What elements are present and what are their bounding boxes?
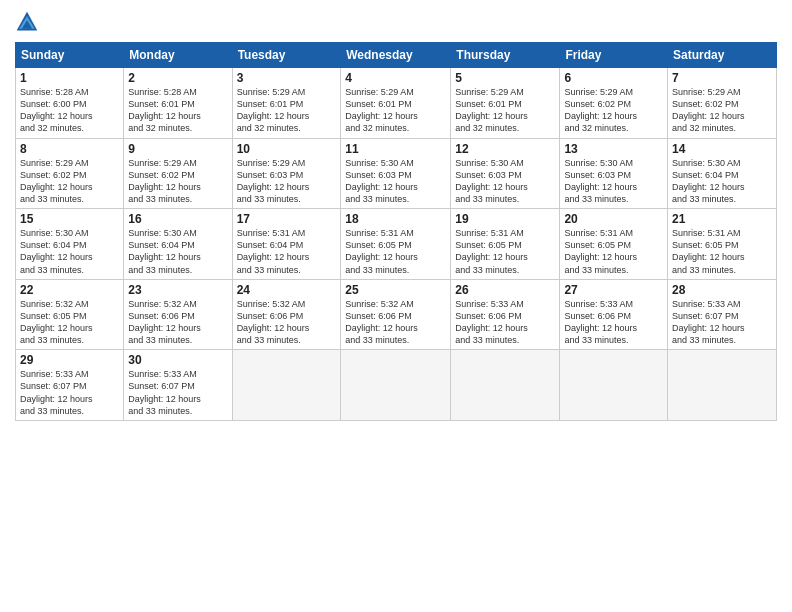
week-row-2: 8Sunrise: 5:29 AM Sunset: 6:02 PM Daylig… bbox=[16, 138, 777, 209]
day-cell: 17Sunrise: 5:31 AM Sunset: 6:04 PM Dayli… bbox=[232, 209, 341, 280]
week-row-1: 1Sunrise: 5:28 AM Sunset: 6:00 PM Daylig… bbox=[16, 68, 777, 139]
day-number: 1 bbox=[20, 71, 119, 85]
day-cell: 1Sunrise: 5:28 AM Sunset: 6:00 PM Daylig… bbox=[16, 68, 124, 139]
col-header-thursday: Thursday bbox=[451, 43, 560, 68]
day-info: Sunrise: 5:29 AM Sunset: 6:02 PM Dayligh… bbox=[20, 157, 119, 206]
week-row-4: 22Sunrise: 5:32 AM Sunset: 6:05 PM Dayli… bbox=[16, 279, 777, 350]
day-cell bbox=[668, 350, 777, 421]
day-number: 15 bbox=[20, 212, 119, 226]
day-info: Sunrise: 5:30 AM Sunset: 6:04 PM Dayligh… bbox=[20, 227, 119, 276]
day-cell: 23Sunrise: 5:32 AM Sunset: 6:06 PM Dayli… bbox=[124, 279, 232, 350]
day-info: Sunrise: 5:33 AM Sunset: 6:06 PM Dayligh… bbox=[564, 298, 663, 347]
day-number: 13 bbox=[564, 142, 663, 156]
day-cell: 15Sunrise: 5:30 AM Sunset: 6:04 PM Dayli… bbox=[16, 209, 124, 280]
day-number: 24 bbox=[237, 283, 337, 297]
day-number: 6 bbox=[564, 71, 663, 85]
day-number: 20 bbox=[564, 212, 663, 226]
day-cell: 22Sunrise: 5:32 AM Sunset: 6:05 PM Dayli… bbox=[16, 279, 124, 350]
day-info: Sunrise: 5:30 AM Sunset: 6:04 PM Dayligh… bbox=[128, 227, 227, 276]
day-info: Sunrise: 5:32 AM Sunset: 6:05 PM Dayligh… bbox=[20, 298, 119, 347]
logo-icon bbox=[15, 10, 39, 34]
day-cell bbox=[560, 350, 668, 421]
day-cell: 7Sunrise: 5:29 AM Sunset: 6:02 PM Daylig… bbox=[668, 68, 777, 139]
day-info: Sunrise: 5:31 AM Sunset: 6:05 PM Dayligh… bbox=[672, 227, 772, 276]
day-cell: 26Sunrise: 5:33 AM Sunset: 6:06 PM Dayli… bbox=[451, 279, 560, 350]
day-cell: 16Sunrise: 5:30 AM Sunset: 6:04 PM Dayli… bbox=[124, 209, 232, 280]
day-cell: 3Sunrise: 5:29 AM Sunset: 6:01 PM Daylig… bbox=[232, 68, 341, 139]
day-number: 10 bbox=[237, 142, 337, 156]
day-cell: 10Sunrise: 5:29 AM Sunset: 6:03 PM Dayli… bbox=[232, 138, 341, 209]
day-cell: 6Sunrise: 5:29 AM Sunset: 6:02 PM Daylig… bbox=[560, 68, 668, 139]
day-number: 14 bbox=[672, 142, 772, 156]
col-header-friday: Friday bbox=[560, 43, 668, 68]
header bbox=[15, 10, 777, 34]
day-number: 30 bbox=[128, 353, 227, 367]
day-cell bbox=[232, 350, 341, 421]
day-cell: 12Sunrise: 5:30 AM Sunset: 6:03 PM Dayli… bbox=[451, 138, 560, 209]
day-number: 19 bbox=[455, 212, 555, 226]
day-number: 2 bbox=[128, 71, 227, 85]
day-cell: 8Sunrise: 5:29 AM Sunset: 6:02 PM Daylig… bbox=[16, 138, 124, 209]
day-number: 25 bbox=[345, 283, 446, 297]
day-number: 18 bbox=[345, 212, 446, 226]
day-info: Sunrise: 5:31 AM Sunset: 6:05 PM Dayligh… bbox=[564, 227, 663, 276]
day-info: Sunrise: 5:29 AM Sunset: 6:02 PM Dayligh… bbox=[672, 86, 772, 135]
day-cell: 20Sunrise: 5:31 AM Sunset: 6:05 PM Dayli… bbox=[560, 209, 668, 280]
day-number: 16 bbox=[128, 212, 227, 226]
day-info: Sunrise: 5:33 AM Sunset: 6:07 PM Dayligh… bbox=[128, 368, 227, 417]
day-info: Sunrise: 5:29 AM Sunset: 6:01 PM Dayligh… bbox=[237, 86, 337, 135]
col-header-tuesday: Tuesday bbox=[232, 43, 341, 68]
day-cell: 24Sunrise: 5:32 AM Sunset: 6:06 PM Dayli… bbox=[232, 279, 341, 350]
day-number: 22 bbox=[20, 283, 119, 297]
day-info: Sunrise: 5:32 AM Sunset: 6:06 PM Dayligh… bbox=[237, 298, 337, 347]
calendar-table: SundayMondayTuesdayWednesdayThursdayFrid… bbox=[15, 42, 777, 421]
week-row-5: 29Sunrise: 5:33 AM Sunset: 6:07 PM Dayli… bbox=[16, 350, 777, 421]
day-number: 11 bbox=[345, 142, 446, 156]
day-cell bbox=[451, 350, 560, 421]
day-info: Sunrise: 5:31 AM Sunset: 6:05 PM Dayligh… bbox=[345, 227, 446, 276]
col-header-monday: Monday bbox=[124, 43, 232, 68]
day-number: 12 bbox=[455, 142, 555, 156]
day-info: Sunrise: 5:30 AM Sunset: 6:04 PM Dayligh… bbox=[672, 157, 772, 206]
day-info: Sunrise: 5:31 AM Sunset: 6:05 PM Dayligh… bbox=[455, 227, 555, 276]
day-cell: 25Sunrise: 5:32 AM Sunset: 6:06 PM Dayli… bbox=[341, 279, 451, 350]
day-number: 3 bbox=[237, 71, 337, 85]
day-info: Sunrise: 5:29 AM Sunset: 6:03 PM Dayligh… bbox=[237, 157, 337, 206]
day-cell: 9Sunrise: 5:29 AM Sunset: 6:02 PM Daylig… bbox=[124, 138, 232, 209]
day-number: 9 bbox=[128, 142, 227, 156]
header-row: SundayMondayTuesdayWednesdayThursdayFrid… bbox=[16, 43, 777, 68]
day-number: 8 bbox=[20, 142, 119, 156]
day-info: Sunrise: 5:32 AM Sunset: 6:06 PM Dayligh… bbox=[128, 298, 227, 347]
day-number: 17 bbox=[237, 212, 337, 226]
day-cell: 2Sunrise: 5:28 AM Sunset: 6:01 PM Daylig… bbox=[124, 68, 232, 139]
day-number: 28 bbox=[672, 283, 772, 297]
day-info: Sunrise: 5:33 AM Sunset: 6:07 PM Dayligh… bbox=[672, 298, 772, 347]
day-number: 21 bbox=[672, 212, 772, 226]
day-cell: 13Sunrise: 5:30 AM Sunset: 6:03 PM Dayli… bbox=[560, 138, 668, 209]
day-info: Sunrise: 5:33 AM Sunset: 6:06 PM Dayligh… bbox=[455, 298, 555, 347]
day-cell: 19Sunrise: 5:31 AM Sunset: 6:05 PM Dayli… bbox=[451, 209, 560, 280]
day-number: 7 bbox=[672, 71, 772, 85]
day-info: Sunrise: 5:28 AM Sunset: 6:01 PM Dayligh… bbox=[128, 86, 227, 135]
day-cell: 14Sunrise: 5:30 AM Sunset: 6:04 PM Dayli… bbox=[668, 138, 777, 209]
day-number: 5 bbox=[455, 71, 555, 85]
day-cell: 4Sunrise: 5:29 AM Sunset: 6:01 PM Daylig… bbox=[341, 68, 451, 139]
day-info: Sunrise: 5:33 AM Sunset: 6:07 PM Dayligh… bbox=[20, 368, 119, 417]
col-header-saturday: Saturday bbox=[668, 43, 777, 68]
day-cell: 11Sunrise: 5:30 AM Sunset: 6:03 PM Dayli… bbox=[341, 138, 451, 209]
day-info: Sunrise: 5:29 AM Sunset: 6:02 PM Dayligh… bbox=[128, 157, 227, 206]
day-info: Sunrise: 5:30 AM Sunset: 6:03 PM Dayligh… bbox=[455, 157, 555, 206]
day-info: Sunrise: 5:29 AM Sunset: 6:02 PM Dayligh… bbox=[564, 86, 663, 135]
day-number: 23 bbox=[128, 283, 227, 297]
day-number: 26 bbox=[455, 283, 555, 297]
day-cell: 28Sunrise: 5:33 AM Sunset: 6:07 PM Dayli… bbox=[668, 279, 777, 350]
day-cell: 30Sunrise: 5:33 AM Sunset: 6:07 PM Dayli… bbox=[124, 350, 232, 421]
day-info: Sunrise: 5:30 AM Sunset: 6:03 PM Dayligh… bbox=[564, 157, 663, 206]
day-number: 27 bbox=[564, 283, 663, 297]
logo bbox=[15, 10, 41, 34]
col-header-wednesday: Wednesday bbox=[341, 43, 451, 68]
week-row-3: 15Sunrise: 5:30 AM Sunset: 6:04 PM Dayli… bbox=[16, 209, 777, 280]
day-info: Sunrise: 5:28 AM Sunset: 6:00 PM Dayligh… bbox=[20, 86, 119, 135]
day-cell: 5Sunrise: 5:29 AM Sunset: 6:01 PM Daylig… bbox=[451, 68, 560, 139]
day-cell: 29Sunrise: 5:33 AM Sunset: 6:07 PM Dayli… bbox=[16, 350, 124, 421]
